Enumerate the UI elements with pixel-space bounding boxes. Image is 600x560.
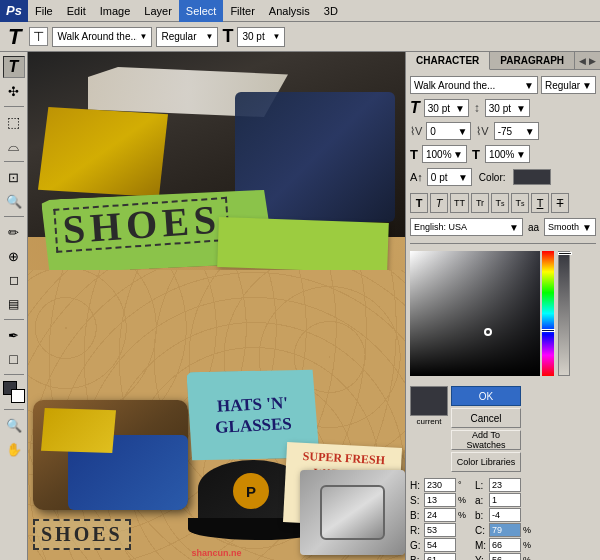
tool-shape[interactable]: □ (3, 348, 25, 370)
hue-input[interactable] (424, 478, 456, 492)
char-kerning[interactable]: 0 ▼ (426, 122, 471, 140)
menu-3d[interactable]: 3D (317, 0, 345, 22)
bright-input[interactable] (424, 508, 456, 522)
char-antialias[interactable]: Smooth ▼ (544, 218, 596, 236)
menu-analysis[interactable]: Analysis (262, 0, 317, 22)
style-allcaps[interactable]: TT (450, 193, 469, 213)
tool-eraser[interactable]: ◻ (3, 269, 25, 291)
font-style-dropdown[interactable]: Regular ▼ (156, 27, 218, 47)
L-input[interactable] (489, 478, 521, 492)
a-input[interactable] (489, 493, 521, 507)
hue-label: H: (410, 480, 422, 491)
b-lab-input[interactable] (489, 508, 521, 522)
tool-gradient[interactable]: ▤ (3, 293, 25, 315)
char-scale-v[interactable]: 100% ▼ (485, 145, 530, 163)
green-row: G: (410, 538, 469, 552)
char-font-size[interactable]: 30 pt ▼ (424, 99, 469, 117)
menu-filter[interactable]: Filter (223, 0, 261, 22)
C-label: C: (475, 525, 487, 536)
add-swatches-button[interactable]: Add To Swatches (451, 430, 521, 450)
cancel-button[interactable]: Cancel (451, 408, 521, 428)
color-gradient-box[interactable] (410, 251, 540, 376)
color-action-buttons: OK Cancel Add To Swatches Color Librarie… (451, 386, 521, 472)
text-orientation-icon[interactable]: ⊤ (29, 27, 48, 46)
style-buttons-row: T T TT Tr Ts Ts T T (410, 193, 596, 213)
tool-hand[interactable]: ✋ (3, 438, 25, 460)
color-picker-gradient-area[interactable] (410, 251, 596, 381)
tool-crop[interactable]: ⊡ (3, 166, 25, 188)
M-input[interactable] (489, 538, 521, 552)
char-tracking[interactable]: -75 ▼ (494, 122, 539, 140)
style-super[interactable]: Ts (491, 193, 509, 213)
char-font-family-arrow: ▼ (524, 80, 534, 91)
color-fields-area: H: ° S: % B: % R: (410, 478, 596, 560)
menu-file[interactable]: File (28, 0, 60, 22)
char-color-label: Color: (479, 172, 506, 183)
char-font-family[interactable]: Walk Around the... ▼ (410, 76, 538, 94)
font-style-arrow: ▼ (206, 32, 214, 41)
color-libraries-button[interactable]: Color Libraries (451, 452, 521, 472)
green-label: G: (410, 540, 422, 551)
char-baseline[interactable]: 0 pt ▼ (427, 168, 472, 186)
tool-zoom[interactable]: 🔍 (3, 414, 25, 436)
tool-text[interactable]: T (3, 56, 25, 78)
style-bold[interactable]: T (410, 193, 428, 213)
char-scale-h[interactable]: 100% ▼ (422, 145, 467, 163)
canvas-area[interactable]: SHOES SHOES (28, 52, 405, 560)
baseline-color-row: A↑ 0 pt ▼ Color: (410, 168, 596, 186)
font-size-dropdown[interactable]: 30 pt ▼ (237, 27, 285, 47)
blue-input[interactable] (424, 553, 456, 560)
tab-paragraph[interactable]: PARAGRAPH (490, 52, 575, 69)
M-unit: % (523, 540, 531, 550)
C-input[interactable] (489, 523, 521, 537)
options-bar: T ⊤ Walk Around the... ▼ Regular ▼ T 30 … (0, 22, 600, 52)
tool-eyedropper[interactable]: 🔍 (3, 190, 25, 212)
background-color[interactable] (11, 389, 25, 403)
style-strike[interactable]: T (551, 193, 569, 213)
alpha-slider[interactable] (558, 251, 570, 376)
menu-select[interactable]: Select (179, 0, 224, 22)
language-row: English: USA ▼ aa Smooth ▼ (410, 218, 596, 236)
tool-brush[interactable]: ✏ (3, 221, 25, 243)
char-leading-icon: ↕ (474, 101, 480, 115)
panel-tabs: CHARACTER PARAGRAPH ◀ ▶ (406, 52, 600, 70)
char-scalev-arrow: ▼ (516, 149, 526, 160)
char-leading[interactable]: 30 pt ▼ (485, 99, 530, 117)
hue-slider-thumb (541, 329, 555, 332)
color-selector[interactable] (3, 381, 25, 403)
cap-logo: P (233, 473, 269, 509)
char-font-style[interactable]: Regular ▼ (541, 76, 596, 94)
bright-row: B: % (410, 508, 469, 522)
char-baseline-icon: A↑ (410, 171, 423, 183)
style-smallcaps[interactable]: Tr (471, 193, 489, 213)
panel-nav-arrows[interactable]: ◀ ▶ (575, 52, 600, 69)
char-kerning-icon: ⌇V (410, 125, 422, 138)
menu-layer[interactable]: Layer (137, 0, 179, 22)
tab-character[interactable]: CHARACTER (406, 52, 490, 70)
green-input[interactable] (424, 538, 456, 552)
tool-lasso[interactable]: ⌓ (3, 135, 25, 157)
char-language[interactable]: English: USA ▼ (410, 218, 523, 236)
tool-pen[interactable]: ✒ (3, 324, 25, 346)
Y-input[interactable] (489, 553, 521, 560)
ok-button[interactable]: OK (451, 386, 521, 406)
char-tracking-arrow: ▼ (525, 126, 535, 137)
font-family-dropdown[interactable]: Walk Around the... ▼ (52, 27, 152, 47)
shoes-main-text: SHOES (53, 197, 230, 253)
style-italic[interactable]: T (430, 193, 448, 213)
menu-edit[interactable]: Edit (60, 0, 93, 22)
sat-input[interactable] (424, 493, 456, 507)
tool-clone[interactable]: ⊕ (3, 245, 25, 267)
green-paper-2 (217, 217, 389, 273)
tools-sep-1 (4, 106, 24, 107)
current-color-swatch[interactable] (410, 386, 448, 416)
style-underline[interactable]: T (531, 193, 549, 213)
current-color-label: current (417, 417, 442, 426)
tool-move[interactable]: ✣ (3, 80, 25, 102)
tool-select-rect[interactable]: ⬚ (3, 111, 25, 133)
style-sub[interactable]: Ts (511, 193, 529, 213)
hue-slider[interactable] (542, 251, 554, 376)
red-input[interactable] (424, 523, 456, 537)
menu-image[interactable]: Image (93, 0, 138, 22)
char-color-swatch[interactable] (513, 169, 551, 185)
